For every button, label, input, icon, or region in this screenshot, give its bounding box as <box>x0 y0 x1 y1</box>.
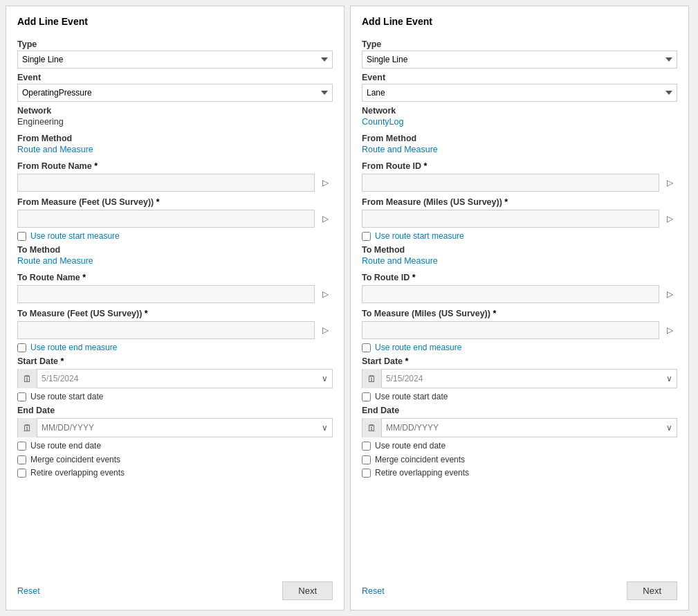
right-use-route-start-measure-checkbox[interactable] <box>362 232 371 241</box>
left-use-route-end-date-checkbox[interactable] <box>17 442 26 451</box>
left-next-button[interactable]: Next <box>282 581 333 600</box>
left-to-route-name-label: To Route Name <box>17 273 333 282</box>
right-use-route-end-measure-label: Use route end measure <box>375 343 461 352</box>
right-start-date-chevron[interactable]: ∨ <box>661 374 677 383</box>
right-to-method-value: Route and Measure <box>362 256 677 266</box>
right-use-route-end-date-checkbox[interactable] <box>362 442 371 451</box>
right-use-route-start-date-checkbox[interactable] <box>362 392 371 401</box>
right-to-route-id-arrow[interactable]: ▷ <box>662 285 677 303</box>
right-to-measure-input[interactable] <box>362 321 659 339</box>
left-type-select[interactable]: Single Line <box>17 51 333 69</box>
left-merge-checkbox[interactable] <box>17 455 26 464</box>
left-from-route-name-arrow[interactable]: ▷ <box>318 174 333 192</box>
left-from-route-name-input[interactable] <box>17 174 315 192</box>
left-merge-row: Merge coincident events <box>17 455 333 464</box>
left-panel-title: Add Line Event <box>17 16 333 27</box>
left-use-route-end-measure-label: Use route end measure <box>30 343 117 352</box>
right-end-date-label: End Date <box>362 406 677 415</box>
left-use-route-start-measure-checkbox[interactable] <box>17 232 26 241</box>
left-retire-checkbox[interactable] <box>17 469 26 478</box>
right-merge-label: Merge coincident events <box>375 455 465 464</box>
right-from-method-label: From Method <box>362 134 677 143</box>
right-from-route-id-input[interactable] <box>362 174 659 192</box>
right-from-route-id-arrow[interactable]: ▷ <box>662 174 677 192</box>
left-use-route-start-measure-label: Use route start measure <box>30 231 120 241</box>
right-type-label: Type <box>362 39 677 49</box>
left-from-measure-input[interactable] <box>17 210 315 228</box>
left-use-route-end-measure-checkbox[interactable] <box>17 343 26 352</box>
right-start-date-row: 🗓 ∨ <box>362 369 677 388</box>
left-use-route-end-measure-row: Use route end measure <box>17 343 333 352</box>
left-from-method-label: From Method <box>17 134 333 143</box>
right-from-measure-row: ▷ <box>362 210 677 228</box>
right-use-route-start-measure-label: Use route start measure <box>375 231 464 241</box>
right-event-label: Event <box>362 73 677 82</box>
left-start-date-chevron[interactable]: ∨ <box>317 374 332 383</box>
right-retire-row: Retire overlapping events <box>362 468 677 478</box>
right-from-route-id-row: ▷ <box>362 174 677 192</box>
left-to-route-name-input[interactable] <box>17 285 315 303</box>
right-end-date-chevron[interactable]: ∨ <box>661 423 677 433</box>
right-merge-checkbox[interactable] <box>362 455 371 464</box>
right-to-measure-row: ▷ <box>362 321 677 339</box>
right-use-route-end-measure-checkbox[interactable] <box>362 343 371 352</box>
right-retire-checkbox[interactable] <box>362 469 371 478</box>
right-event-select[interactable]: Lane <box>362 84 677 102</box>
right-retire-label: Retire overlapping events <box>375 468 469 478</box>
right-merge-row: Merge coincident events <box>362 455 677 464</box>
left-end-date-label: End Date <box>17 406 333 415</box>
left-to-route-name-arrow[interactable]: ▷ <box>318 285 333 303</box>
right-end-date-row: 🗓 ∨ <box>362 418 677 437</box>
left-start-date-input[interactable] <box>37 374 317 383</box>
left-to-method-value: Route and Measure <box>17 256 333 266</box>
right-use-route-start-date-label: Use route start date <box>375 392 448 401</box>
right-from-measure-arrow[interactable]: ▷ <box>662 210 677 228</box>
left-from-measure-arrow[interactable]: ▷ <box>318 210 333 228</box>
left-network-label: Network <box>17 106 333 116</box>
left-use-route-start-date-row: Use route start date <box>17 392 333 401</box>
left-event-select[interactable]: OperatingPressure <box>17 84 333 102</box>
right-end-date-input[interactable] <box>382 423 661 433</box>
left-from-measure-label: From Measure (Feet (US Survey)) <box>17 197 333 207</box>
left-from-route-name-label: From Route Name <box>17 161 333 171</box>
right-use-route-start-date-row: Use route start date <box>362 392 677 401</box>
left-to-method-label: To Method <box>17 245 333 255</box>
right-to-method-label: To Method <box>362 245 677 255</box>
right-use-route-end-measure-row: Use route end measure <box>362 343 677 352</box>
right-network-label: Network <box>362 106 677 116</box>
left-start-date-row: 🗓 ∨ <box>17 369 333 388</box>
right-to-route-id-input[interactable] <box>362 285 659 303</box>
left-to-measure-label: To Measure (Feet (US Survey)) <box>17 309 333 318</box>
left-event-label: Event <box>17 73 333 82</box>
left-end-date-chevron[interactable]: ∨ <box>317 423 332 433</box>
right-from-method-value: Route and Measure <box>362 145 677 154</box>
right-network-value: CountyLog <box>362 117 677 127</box>
right-to-measure-label: To Measure (Miles (US Survey)) <box>362 309 677 318</box>
left-from-measure-row: ▷ <box>17 210 333 228</box>
left-panel: Add Line Event Type Single Line Event Op… <box>6 6 345 610</box>
left-network-value: Engineering <box>17 117 333 127</box>
left-type-label: Type <box>17 39 333 49</box>
left-to-measure-row: ▷ <box>17 321 333 339</box>
left-end-date-input[interactable] <box>37 423 317 433</box>
left-retire-row: Retire overlapping events <box>17 468 333 478</box>
right-panel: Add Line Event Type Single Line Event La… <box>350 6 689 610</box>
left-use-route-start-date-checkbox[interactable] <box>17 392 26 401</box>
left-merge-label: Merge coincident events <box>30 455 120 464</box>
right-start-date-label: Start Date <box>362 356 677 366</box>
right-type-select[interactable]: Single Line <box>362 51 677 69</box>
left-reset-button[interactable]: Reset <box>17 586 40 596</box>
left-start-date-calendar-icon: 🗓 <box>18 369 37 388</box>
left-to-measure-input[interactable] <box>17 321 315 339</box>
right-start-date-input[interactable] <box>382 374 661 383</box>
right-from-route-id-label: From Route ID <box>362 161 677 171</box>
right-use-route-end-date-row: Use route end date <box>362 441 677 451</box>
right-to-route-id-label: To Route ID <box>362 273 677 282</box>
right-from-measure-input[interactable] <box>362 210 659 228</box>
right-to-measure-arrow[interactable]: ▷ <box>662 321 677 339</box>
right-next-button[interactable]: Next <box>627 581 677 600</box>
left-from-method-value: Route and Measure <box>17 145 333 154</box>
right-reset-button[interactable]: Reset <box>362 586 385 596</box>
left-to-measure-arrow[interactable]: ▷ <box>318 321 333 339</box>
right-panel-title: Add Line Event <box>362 16 677 27</box>
